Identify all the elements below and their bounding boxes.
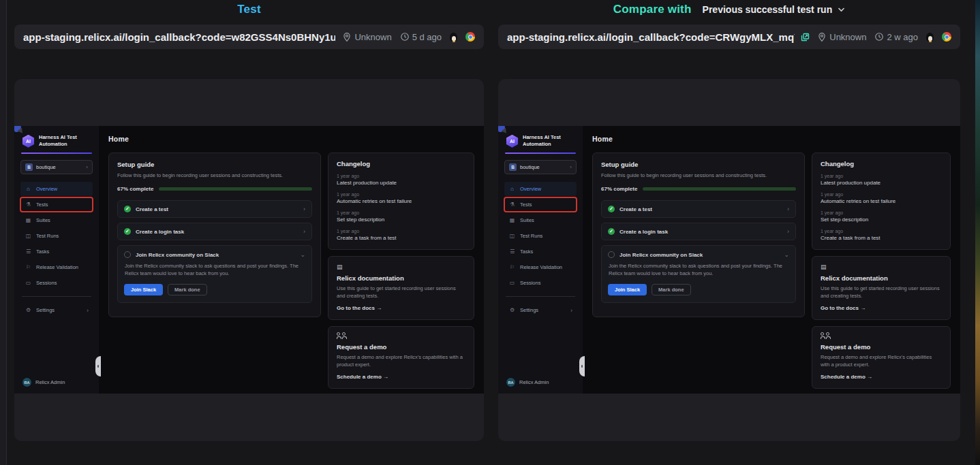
- right-screenshot-frame: AI Harness AI Test Automation B boutique…: [498, 79, 960, 441]
- right-url-meta: Unknown 2 w ago: [810, 32, 951, 42]
- book-icon: ▤: [337, 263, 465, 270]
- chevron-right-icon: ›: [570, 307, 572, 314]
- chevron-right-icon: ›: [787, 228, 789, 235]
- progress-label: 67% complete: [601, 186, 637, 192]
- go-to-docs-link[interactable]: Go to the docs →: [337, 305, 465, 311]
- user-menu[interactable]: RA Relicx Admin: [504, 378, 577, 387]
- app-sidebar: AI Harness AI Test Automation B boutique…: [14, 126, 99, 394]
- list-icon: ☰: [508, 248, 516, 255]
- flag-icon: ⚐: [508, 264, 516, 270]
- sidebar-item-tests[interactable]: ⚗ Tests: [504, 197, 577, 212]
- home-icon: ⌂: [25, 186, 32, 192]
- sidebar-collapse-handle[interactable]: [579, 356, 585, 376]
- join-slack-description: Join the Relicx community slack to ask q…: [125, 263, 305, 278]
- right-age: 2 w ago: [874, 32, 918, 42]
- brand-divider: [505, 153, 576, 154]
- left-screenshot-frame: AI Harness AI Test Automation B boutique…: [14, 79, 484, 441]
- grid-icon: ▦: [25, 217, 32, 223]
- sidebar-item-settings[interactable]: ⚙ Settings ›: [504, 303, 577, 317]
- sidebar-item-tasks[interactable]: ☰ Tasks: [20, 244, 93, 259]
- left-url-bar[interactable]: app-staging.relicx.ai/login_callback?cod…: [14, 25, 484, 49]
- schedule-demo-link[interactable]: Schedule a demo →: [337, 374, 465, 380]
- sidebar-item-suites[interactable]: ▦ Suites: [504, 213, 577, 227]
- sidebar-divider: [22, 296, 91, 297]
- project-selector[interactable]: B boutique ›: [20, 160, 93, 174]
- compare-run-dropdown[interactable]: Previous successful test run: [703, 4, 846, 15]
- sidebar-nav: ⌂ Overview ⚗ Tests ▦ Suites ◫ Test Runs …: [20, 182, 93, 290]
- mark-done-button[interactable]: Mark done: [168, 284, 207, 295]
- avatar: RA: [22, 378, 31, 387]
- setup-guide-description: Follow this guide to begin recording use…: [601, 172, 796, 179]
- setup-item-create-test[interactable]: ✓ Create a test ›: [117, 200, 312, 218]
- mark-done-button[interactable]: Mark done: [652, 284, 691, 295]
- location-pin-icon: [342, 32, 352, 42]
- app-main: Home Setup guide Follow this guide to be…: [583, 126, 960, 394]
- sidebar-item-test-runs[interactable]: ◫ Test Runs: [504, 229, 577, 243]
- setup-item-create-login-task[interactable]: ✓ Create a login task ›: [117, 223, 312, 240]
- app-sidebar: AI Harness AI Test Automation B boutique…: [498, 126, 583, 394]
- project-badge: B: [509, 163, 517, 171]
- join-slack-button[interactable]: Join Slack: [124, 284, 163, 295]
- chevron-right-icon: ›: [86, 164, 88, 170]
- brand: AI Harness AI Test Automation: [504, 134, 577, 148]
- sidebar-item-tasks[interactable]: ☰ Tasks: [504, 244, 577, 259]
- home-icon: ⌂: [508, 186, 516, 192]
- clock-icon: [874, 32, 884, 42]
- sidebar-item-overview[interactable]: ⌂ Overview: [504, 182, 577, 196]
- external-link-icon[interactable]: [800, 32, 810, 42]
- sidebar-item-sessions[interactable]: ▭ Sessions: [20, 276, 93, 290]
- right-url-bar[interactable]: app-staging.relicx.ai/login_callback?cod…: [498, 25, 960, 49]
- user-menu[interactable]: RA Relicx Admin: [20, 378, 93, 387]
- sidebar-item-suites[interactable]: ▦ Suites: [20, 213, 93, 227]
- setup-item-join-slack-header[interactable]: Join Relicx community on Slack ⌄: [124, 251, 305, 258]
- changelog-entry: 1 year ago Latest production update: [821, 174, 942, 186]
- setup-item-create-test[interactable]: ✓ Create a test ›: [601, 200, 796, 218]
- changelog-title: Changelog: [337, 160, 465, 167]
- flask-icon: ⚗: [508, 202, 516, 208]
- linux-os-icon: [926, 33, 934, 42]
- sidebar-item-sessions[interactable]: ▭ Sessions: [504, 276, 577, 290]
- sidebar-item-overview[interactable]: ⌂ Overview: [20, 182, 93, 196]
- gear-icon: ⚙: [25, 307, 32, 313]
- request-demo-description: Request a demo and explore Relicx's capa…: [821, 354, 942, 368]
- setup-item-create-login-task[interactable]: ✓ Create a login task ›: [601, 223, 796, 240]
- check-circle-icon: ✓: [124, 228, 131, 235]
- chevron-right-icon: ›: [570, 164, 572, 170]
- join-slack-button[interactable]: Join Slack: [608, 284, 647, 295]
- left-url-meta: Unknown 5 d ago: [335, 32, 475, 42]
- people-icon: [337, 334, 465, 339]
- flask-icon: ⚗: [25, 202, 32, 208]
- chevron-right-icon: ›: [87, 307, 89, 314]
- left-app-screenshot: AI Harness AI Test Automation B boutique…: [14, 126, 484, 394]
- project-selector[interactable]: B boutique ›: [504, 160, 577, 174]
- gear-icon: ⚙: [508, 307, 516, 313]
- go-to-docs-link[interactable]: Go to the docs →: [821, 305, 942, 311]
- avatar: RA: [506, 378, 515, 387]
- sidebar-item-tests[interactable]: ⚗ Tests: [20, 197, 93, 212]
- schedule-demo-link[interactable]: Schedule a demo →: [821, 374, 942, 380]
- sidebar-item-test-runs[interactable]: ◫ Test Runs: [20, 229, 93, 243]
- chevron-right-icon: ›: [303, 228, 305, 235]
- documentation-card: ▤ Relicx documentation Use this guide to…: [812, 256, 951, 320]
- user-name: Relicx Admin: [35, 379, 65, 385]
- changelog-entry: 1 year ago Latest production update: [337, 174, 465, 186]
- sidebar-collapse-handle[interactable]: [95, 356, 101, 376]
- changelog-entry: 1 year ago Automatic retries on test fai…: [337, 192, 465, 204]
- sidebar-item-settings[interactable]: ⚙ Settings ›: [20, 303, 93, 317]
- screen-icon: ▭: [508, 280, 516, 286]
- setup-item-join-slack: Join Relicx community on Slack ⌄ Join th…: [117, 245, 312, 303]
- columns-icon: ◫: [508, 233, 516, 239]
- left-age: 5 d ago: [400, 32, 442, 42]
- sidebar-item-release-validation[interactable]: ⚐ Release Validation: [504, 260, 577, 274]
- join-slack-description: Join the Relicx community slack to ask q…: [609, 263, 788, 278]
- documentation-title: Relicx documentation: [821, 274, 942, 282]
- right-panel-title: Compare with: [613, 3, 692, 16]
- progress-bar: [643, 187, 796, 191]
- chevron-down-icon: ⌄: [300, 251, 305, 258]
- sidebar-item-release-validation[interactable]: ⚐ Release Validation: [20, 260, 93, 274]
- check-circle-icon: ✓: [608, 228, 615, 235]
- changelog-entry: 1 year ago Set step description: [821, 210, 942, 223]
- setup-item-join-slack-header[interactable]: Join Relicx community on Slack ⌄: [608, 251, 789, 258]
- progress-bar: [159, 187, 312, 191]
- grid-icon: ▦: [508, 217, 516, 223]
